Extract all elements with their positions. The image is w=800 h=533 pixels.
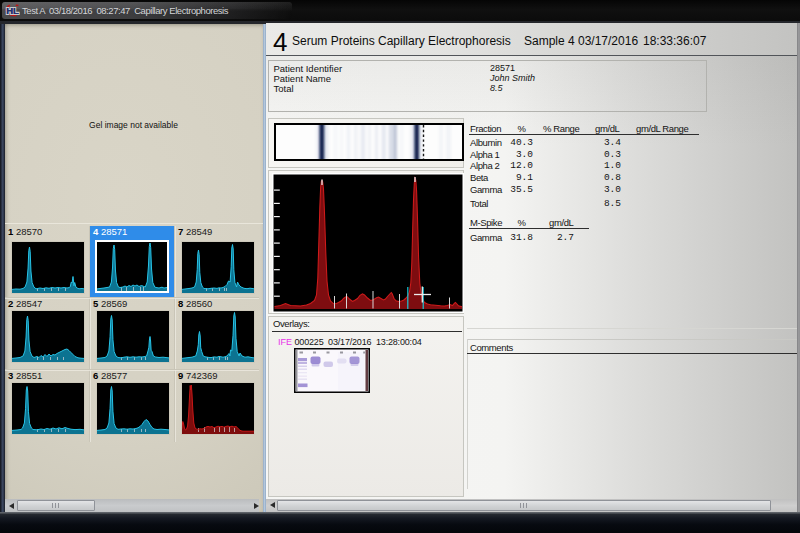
svg-text:HL: HL <box>6 5 19 16</box>
